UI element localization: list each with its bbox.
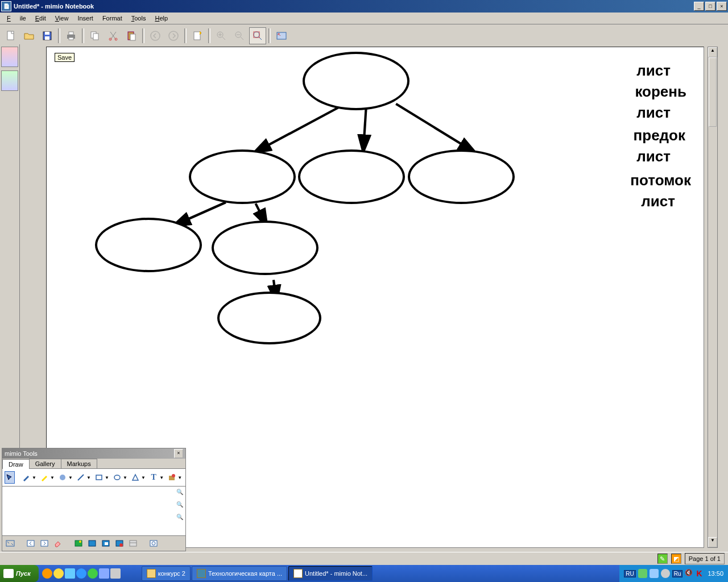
- side-panel-thumb-1[interactable]: [1, 47, 18, 67]
- scroll-down-icon[interactable]: ▼: [708, 537, 717, 547]
- mimio-tools-palette[interactable]: mimio Tools × Draw Gallery Markups ▼ ▼ ▼…: [2, 448, 186, 551]
- palette-zoom-out-icon[interactable]: 🔍: [175, 501, 184, 510]
- highlighter-tool[interactable]: [39, 471, 49, 484]
- palette-fwd-icon[interactable]: [39, 538, 50, 549]
- open-button[interactable]: [20, 27, 38, 44]
- hl-dropdown-icon[interactable]: ▼: [50, 475, 55, 480]
- minimize-button[interactable]: _: [694, 2, 704, 11]
- label-4[interactable]: предок: [634, 127, 685, 144]
- forward-button[interactable]: [165, 27, 182, 44]
- vertical-scrollbar[interactable]: ▲ ▼: [708, 47, 718, 548]
- zoom-out-button[interactable]: [231, 27, 248, 44]
- tray-volume-icon[interactable]: 🔇: [685, 569, 694, 578]
- ql-icon-2[interactable]: [53, 568, 64, 579]
- scroll-up-icon[interactable]: ▲: [708, 47, 717, 57]
- node-root[interactable]: [303, 52, 410, 110]
- label-6[interactable]: потомок: [630, 172, 691, 189]
- node-l2-2[interactable]: [298, 149, 405, 204]
- ql-icon-3[interactable]: [65, 568, 75, 579]
- print-button[interactable]: [63, 27, 80, 44]
- status-icon-2[interactable]: ◩: [671, 554, 681, 564]
- label-7[interactable]: лист: [641, 193, 675, 210]
- task-item-1[interactable]: конкурс 2: [142, 566, 191, 581]
- label-2[interactable]: корень: [635, 83, 686, 101]
- palette-erase-icon[interactable]: [52, 538, 64, 549]
- eraser-tool[interactable]: [57, 471, 68, 484]
- tray-icon-2[interactable]: [650, 569, 659, 578]
- zoom-in-button[interactable]: [213, 27, 230, 44]
- palette-tab-draw[interactable]: Draw: [2, 459, 30, 469]
- rc-dropdown-icon[interactable]: ▼: [105, 475, 109, 480]
- palette-back-icon[interactable]: [25, 538, 36, 549]
- rect-tool[interactable]: [94, 471, 104, 484]
- menu-help[interactable]: Help: [150, 14, 172, 23]
- node-l2-3[interactable]: [408, 149, 515, 204]
- new-button[interactable]: [2, 27, 19, 44]
- pen-tool[interactable]: [21, 471, 31, 484]
- menu-format[interactable]: Format: [98, 14, 127, 23]
- text-tool[interactable]: T: [148, 471, 159, 484]
- palette-close-button[interactable]: ×: [174, 449, 183, 458]
- menu-tools[interactable]: Tools: [127, 14, 151, 23]
- palette-fullscreen-icon[interactable]: [5, 538, 16, 549]
- er-dropdown-icon[interactable]: ▼: [68, 475, 73, 480]
- label-3[interactable]: лист: [636, 104, 671, 122]
- line-tool[interactable]: [76, 471, 86, 484]
- menu-insert[interactable]: Insert: [73, 14, 98, 23]
- palette-bottom-icon-5[interactable]: [127, 538, 139, 549]
- palette-zoom-in-icon[interactable]: 🔍: [175, 489, 184, 498]
- tray-icon-3[interactable]: [661, 569, 670, 578]
- ql-icon-4[interactable]: [76, 568, 86, 579]
- node-l2-1[interactable]: [189, 149, 296, 204]
- ql-icon-5[interactable]: [88, 568, 98, 579]
- tray-av-icon[interactable]: K: [696, 569, 705, 578]
- palette-bottom-icon-4[interactable]: [114, 538, 125, 549]
- clock[interactable]: 13:50: [708, 570, 723, 577]
- palette-titlebar[interactable]: mimio Tools ×: [2, 448, 185, 459]
- ql-icon-7[interactable]: [110, 568, 121, 579]
- tr-dropdown-icon[interactable]: ▼: [141, 475, 146, 480]
- palette-tab-gallery[interactable]: Gallery: [29, 459, 61, 468]
- im-dropdown-icon[interactable]: ▼: [177, 475, 182, 480]
- task-item-2[interactable]: Технологическая карта ...: [192, 566, 287, 581]
- start-button[interactable]: Пуск: [0, 565, 39, 582]
- palette-bottom-icon-3[interactable]: [100, 538, 111, 549]
- pen-dropdown-icon[interactable]: ▼: [32, 475, 36, 480]
- triangle-tool[interactable]: [130, 471, 140, 484]
- paste-button[interactable]: [123, 27, 140, 44]
- close-button[interactable]: ×: [717, 2, 727, 11]
- tx-dropdown-icon[interactable]: ▼: [159, 475, 164, 480]
- fullscreen-button[interactable]: [273, 27, 290, 44]
- task-item-3[interactable]: Untitled* - mimio Not...: [288, 566, 373, 581]
- maximize-button[interactable]: □: [705, 2, 715, 11]
- lang-indicator-2[interactable]: Ru: [672, 570, 683, 577]
- menu-edit[interactable]: Edit: [31, 14, 51, 23]
- tray-icon-1[interactable]: [638, 569, 647, 578]
- ln-dropdown-icon[interactable]: ▼: [86, 475, 91, 480]
- menu-view[interactable]: View: [51, 14, 73, 23]
- select-tool[interactable]: [5, 471, 15, 484]
- ql-icon-1[interactable]: [42, 568, 52, 579]
- status-icon-1[interactable]: ✎: [657, 554, 668, 564]
- ellipse-tool[interactable]: [112, 471, 122, 484]
- node-l3-1[interactable]: [95, 218, 202, 272]
- palette-bottom-icon-2[interactable]: [86, 538, 98, 549]
- zoom-fit-button[interactable]: [249, 27, 266, 44]
- label-1[interactable]: лист: [636, 62, 671, 80]
- save-button[interactable]: [39, 27, 56, 44]
- cut-button[interactable]: [105, 27, 122, 44]
- label-5[interactable]: лист: [636, 148, 671, 165]
- new-page-button[interactable]: [189, 27, 206, 44]
- palette-bottom-icon-6[interactable]: [148, 538, 159, 549]
- el-dropdown-icon[interactable]: ▼: [123, 475, 127, 480]
- import-tool[interactable]: [167, 471, 177, 484]
- palette-tab-markups[interactable]: Markups: [61, 459, 97, 468]
- side-panel-thumb-2[interactable]: [1, 70, 18, 91]
- ql-icon-6[interactable]: [99, 568, 109, 579]
- palette-bottom-icon-1[interactable]: [73, 538, 84, 549]
- menu-file[interactable]: File: [2, 14, 31, 23]
- node-l3-2[interactable]: [212, 221, 318, 275]
- copy-button[interactable]: [86, 27, 104, 44]
- lang-indicator-1[interactable]: RU: [624, 570, 635, 577]
- node-l4-1[interactable]: [217, 292, 321, 344]
